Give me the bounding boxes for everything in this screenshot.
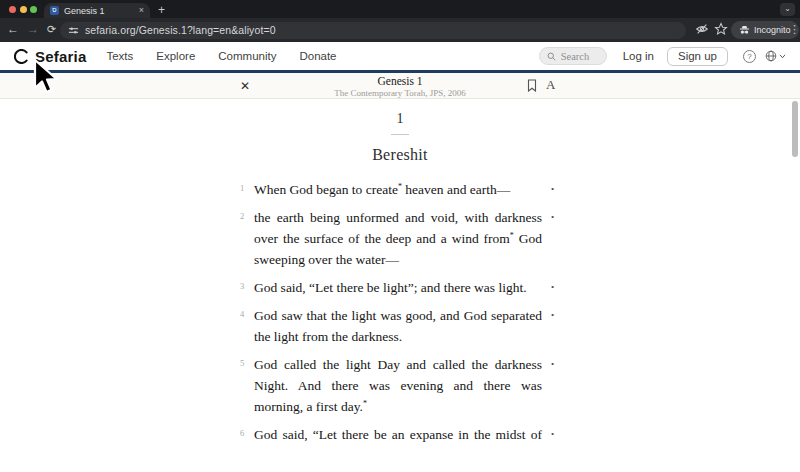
- nav-item-donate[interactable]: Donate: [299, 50, 336, 62]
- sefaria-logo-icon: [14, 49, 29, 64]
- verse-text[interactable]: God saw that the light was good, and God…: [254, 305, 542, 347]
- chevron-down-icon: [779, 54, 786, 59]
- incognito-label: Incognito: [754, 25, 791, 35]
- window-zoom-button[interactable]: [30, 6, 37, 13]
- chapter-rule: [391, 134, 409, 135]
- nav-item-texts[interactable]: Texts: [106, 50, 133, 62]
- back-button[interactable]: ←: [7, 22, 19, 37]
- verse-number[interactable]: 2: [237, 207, 254, 270]
- login-link[interactable]: Log in: [623, 50, 654, 62]
- segment-marker: •: [542, 305, 563, 347]
- window-minimize-button[interactable]: [20, 6, 27, 13]
- tab-strip: ס Genesis 1 × + ⌄: [0, 0, 800, 18]
- reader-header: ✕ Genesis 1 The Contemporary Torah, JPS,…: [0, 73, 800, 99]
- verse-number[interactable]: 4: [237, 305, 254, 347]
- nav-item-explore[interactable]: Explore: [156, 50, 195, 62]
- incognito-icon: [739, 25, 750, 35]
- search-input[interactable]: Search: [539, 47, 607, 65]
- verse-list: 1 When God began to create* heaven and e…: [237, 179, 563, 444]
- sefaria-logo[interactable]: Sefaria: [14, 48, 86, 65]
- new-tab-button[interactable]: +: [158, 4, 165, 16]
- reader-title-block[interactable]: Genesis 1 The Contemporary Torah, JPS, 2…: [0, 75, 800, 98]
- eye-off-icon[interactable]: [695, 22, 709, 36]
- chapter-number: 1: [237, 111, 563, 127]
- tab-close-icon[interactable]: ×: [139, 6, 144, 15]
- browser-toolbar: ← → ⟳ sefaria.org/Genesis.1?lang=en&aliy…: [0, 18, 800, 42]
- forward-button[interactable]: →: [27, 22, 39, 37]
- segment-marker: •: [542, 179, 563, 200]
- search-icon: [547, 52, 556, 61]
- reload-button[interactable]: ⟳: [47, 22, 56, 37]
- verse-number[interactable]: 1: [237, 179, 254, 200]
- verse-row[interactable]: 2 the earth being unformed and void, wit…: [237, 207, 563, 270]
- language-selector[interactable]: [765, 50, 786, 62]
- verse-number[interactable]: 6: [237, 424, 254, 444]
- verse-row[interactable]: 6 God said, “Let there be an expanse in …: [237, 424, 563, 444]
- verse-text[interactable]: God said, “Let there be light”; and ther…: [254, 277, 542, 298]
- main-nav: Texts Explore Community Donate: [106, 50, 336, 62]
- tab-search-chevron-icon[interactable]: ⌄: [780, 3, 795, 16]
- segment-marker: •: [542, 207, 563, 270]
- verse-text[interactable]: the earth being unformed and void, with …: [254, 207, 542, 270]
- search-placeholder: Search: [561, 51, 590, 62]
- sefaria-favicon-icon: ס: [50, 6, 59, 15]
- verse-row[interactable]: 5 God called the light Day and called th…: [237, 354, 563, 417]
- url-text: sefaria.org/Genesis.1?lang=en&aliyot=0: [85, 24, 276, 36]
- window-close-button[interactable]: [9, 6, 16, 13]
- signup-button[interactable]: Sign up: [667, 47, 728, 66]
- reader-title[interactable]: Genesis 1: [0, 75, 800, 87]
- help-button[interactable]: ?: [743, 50, 756, 63]
- segment-marker: •: [542, 277, 563, 298]
- verse-row[interactable]: 3 God said, “Let there be light”; and th…: [237, 277, 563, 298]
- segment-marker: •: [542, 424, 563, 444]
- scrollbar-thumb[interactable]: [792, 101, 798, 157]
- verse-text[interactable]: When God began to create* heaven and ear…: [254, 179, 542, 200]
- verse-number[interactable]: 5: [237, 354, 254, 417]
- font-size-button[interactable]: A: [546, 77, 555, 93]
- reader-version: The Contemporary Torah, JPS, 2006: [0, 88, 800, 98]
- verse-text[interactable]: God said, “Let there be an expanse in th…: [254, 424, 542, 444]
- site-header: Sefaria Texts Explore Community Donate S…: [0, 42, 800, 70]
- browser-menu-button[interactable]: ⋮: [789, 22, 800, 37]
- save-bookmark-icon[interactable]: [527, 79, 537, 92]
- verse-number[interactable]: 3: [237, 277, 254, 298]
- reader-content: 1 Bereshit 1 When God began to create* h…: [0, 99, 800, 444]
- browser-tab[interactable]: ס Genesis 1 ×: [44, 3, 150, 18]
- verse-text[interactable]: God called the light Day and called the …: [254, 354, 542, 417]
- globe-icon: [765, 50, 777, 62]
- browser-window: ס Genesis 1 × + ⌄ ← → ⟳ sefaria.org/Gene…: [0, 0, 800, 472]
- nav-item-community[interactable]: Community: [218, 50, 276, 62]
- verse-row[interactable]: 4 God saw that the light was good, and G…: [237, 305, 563, 347]
- segment-marker: •: [542, 354, 563, 417]
- tab-title: Genesis 1: [64, 6, 139, 16]
- address-bar[interactable]: sefaria.org/Genesis.1?lang=en&aliyot=0: [60, 22, 686, 39]
- bookmark-star-icon[interactable]: [714, 22, 728, 36]
- verse-row[interactable]: 1 When God began to create* heaven and e…: [237, 179, 563, 200]
- text-column: 1 Bereshit 1 When God began to create* h…: [237, 99, 563, 444]
- brand-wordmark: Sefaria: [35, 48, 86, 65]
- section-title: Bereshit: [237, 146, 563, 164]
- site-info-icon[interactable]: [68, 25, 79, 36]
